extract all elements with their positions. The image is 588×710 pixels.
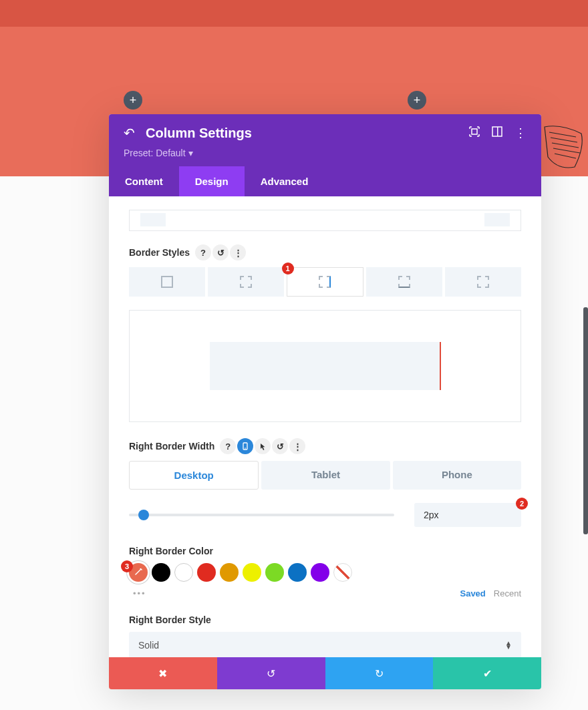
annotation-badge-2: 2 xyxy=(516,498,528,510)
decorative-sketch xyxy=(541,120,588,174)
border-style-4[interactable] xyxy=(366,267,442,297)
save-button[interactable]: ✔ xyxy=(433,657,541,689)
page-background-top xyxy=(0,0,588,27)
settings-modal: ↶ Column Settings ⋮ Preset: Default ▾ Co… xyxy=(109,114,541,689)
collapsed-row xyxy=(129,210,521,231)
saved-colors-tab[interactable]: Saved xyxy=(460,588,485,598)
color-red[interactable] xyxy=(197,563,216,582)
slider-thumb[interactable] xyxy=(138,510,149,520)
modal-footer: ✖ ↺ ↻ ✔ xyxy=(109,657,541,689)
right-border-style-label: Right Border Style xyxy=(129,614,521,625)
color-black[interactable] xyxy=(152,563,170,582)
color-yellow[interactable] xyxy=(243,563,261,582)
border-style-selector: 1 xyxy=(129,267,521,297)
border-style-select[interactable]: Solid ▲▼ xyxy=(129,632,521,657)
tab-design[interactable]: Design xyxy=(179,166,245,196)
preview-element xyxy=(210,342,441,390)
svg-point-4 xyxy=(245,448,246,449)
color-green[interactable] xyxy=(265,563,284,582)
layout-icon[interactable] xyxy=(492,126,502,140)
border-styles-label: Border Styles ? ↺ ⋮ xyxy=(129,244,521,260)
annotation-badge-1: 1 xyxy=(282,262,294,275)
border-preview xyxy=(129,310,521,422)
border-style-5[interactable] xyxy=(445,267,521,297)
tab-content[interactable]: Content xyxy=(109,166,179,196)
responsive-icon[interactable] xyxy=(237,438,253,454)
border-all-solid[interactable] xyxy=(129,267,205,297)
modal-body: Border Styles ? ↺ ⋮ 1 Right Border Width… xyxy=(109,196,541,657)
more-colors-icon[interactable]: ••• xyxy=(133,588,146,598)
select-arrows-icon: ▲▼ xyxy=(505,641,512,649)
modal-header: ↶ Column Settings ⋮ Preset: Default ▾ xyxy=(109,114,541,166)
scrollbar[interactable] xyxy=(583,307,588,534)
width-slider[interactable] xyxy=(129,514,394,516)
preset-dropdown[interactable]: Preset: Default ▾ xyxy=(124,148,527,158)
svg-rect-0 xyxy=(472,129,477,134)
cancel-button[interactable]: ✖ xyxy=(109,657,217,689)
reset-icon[interactable]: ↺ xyxy=(272,438,288,454)
add-module-button-right[interactable]: + xyxy=(408,91,426,110)
width-slider-row: 2 xyxy=(129,503,521,527)
width-input[interactable] xyxy=(414,503,521,527)
hover-icon[interactable] xyxy=(255,438,271,454)
tab-advanced[interactable]: Advanced xyxy=(245,166,325,196)
options-icon[interactable]: ⋮ xyxy=(289,438,305,454)
back-arrow-icon[interactable]: ↶ xyxy=(124,125,135,141)
help-icon[interactable]: ? xyxy=(195,244,211,260)
svg-rect-2 xyxy=(497,127,498,136)
border-right-only[interactable]: 1 xyxy=(287,267,364,297)
help-icon[interactable]: ? xyxy=(220,438,236,454)
chevron-down-icon: ▾ xyxy=(188,148,193,158)
add-module-button-left[interactable]: + xyxy=(124,91,142,110)
expand-icon[interactable] xyxy=(469,126,480,140)
device-tab-tablet[interactable]: Tablet xyxy=(261,461,390,490)
color-tabs: ••• Saved Recent xyxy=(129,588,521,598)
color-blue[interactable] xyxy=(288,563,307,582)
redo-button[interactable]: ↻ xyxy=(325,657,434,689)
device-tabs: Desktop Tablet Phone xyxy=(129,461,521,490)
device-tab-desktop[interactable]: Desktop xyxy=(129,461,259,490)
modal-title: Column Settings xyxy=(146,126,458,141)
kebab-menu-icon[interactable]: ⋮ xyxy=(514,130,527,136)
settings-tabs: Content Design Advanced xyxy=(109,166,541,196)
recent-colors-tab[interactable]: Recent xyxy=(494,588,521,598)
right-border-width-label: Right Border Width ? ↺ ⋮ xyxy=(129,438,521,454)
undo-button[interactable]: ↺ xyxy=(217,657,325,689)
color-purple[interactable] xyxy=(311,563,329,582)
color-picker-row: 3 xyxy=(129,563,521,582)
annotation-badge-3: 3 xyxy=(121,560,133,572)
color-white[interactable] xyxy=(174,563,193,582)
right-border-color-label: Right Border Color xyxy=(129,546,521,556)
color-orange[interactable] xyxy=(220,563,239,582)
device-tab-phone[interactable]: Phone xyxy=(393,461,521,490)
reset-icon[interactable]: ↺ xyxy=(212,244,229,260)
options-icon[interactable]: ⋮ xyxy=(230,244,246,260)
color-none[interactable] xyxy=(333,563,352,582)
border-all-dashed[interactable] xyxy=(208,267,284,297)
